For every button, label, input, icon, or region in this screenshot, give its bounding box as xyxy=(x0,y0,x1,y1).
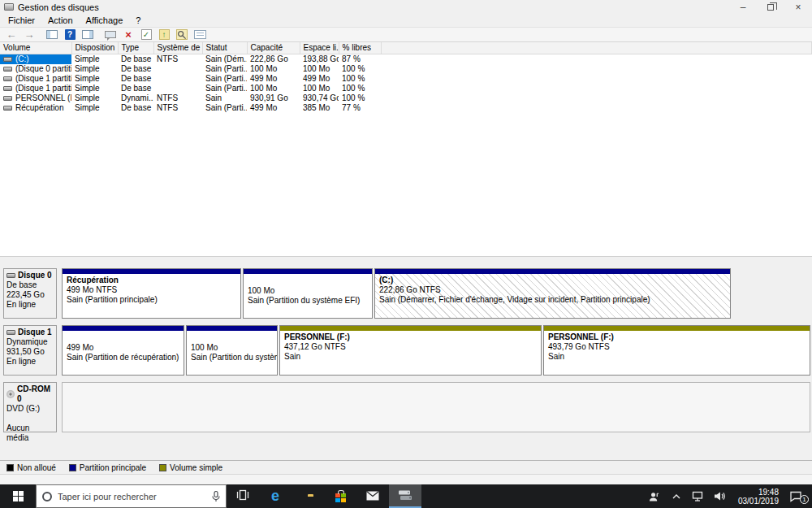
disk-management-window: Gestion des disques – × FichierActionAff… xyxy=(0,0,812,484)
partition-info: 499 MoSain (Partition de récupération) xyxy=(63,331,184,375)
table-cell xyxy=(381,74,812,84)
network-icon[interactable] xyxy=(691,491,706,501)
column-header[interactable]: Espace li... xyxy=(300,42,339,54)
toolbar-mark-active-icon[interactable]: ✓ xyxy=(138,28,154,41)
column-header[interactable]: Capacité xyxy=(247,42,300,54)
disk-header-panel[interactable]: Disque 1Dynamique931,50 GoEn ligne xyxy=(3,325,57,376)
legend-bar: Non allouéPartition principaleVolume sim… xyxy=(0,460,812,474)
table-cell: 100 % xyxy=(339,84,381,93)
legend-label: Partition principale xyxy=(80,463,146,472)
table-cell: 930,74 Go xyxy=(300,93,339,103)
volume-icon xyxy=(3,106,12,111)
toolbar-separator xyxy=(97,28,102,42)
column-header[interactable]: % libres xyxy=(339,42,381,54)
table-cell xyxy=(153,74,202,84)
table-cell: Sain (Parti... xyxy=(202,74,247,84)
partition-segment[interactable]: PERSONNEL (F:)493,79 Go NTFSSain xyxy=(543,325,810,376)
column-header[interactable]: Système de ... xyxy=(153,42,202,54)
table-cell: Simple xyxy=(71,103,118,113)
chevron-up-icon[interactable] xyxy=(669,493,684,501)
partition-segment[interactable]: (C:)222,86 Go NTFSSain (Démarrer, Fichie… xyxy=(374,268,731,319)
volume-icon xyxy=(3,76,12,81)
toolbar-console-tree-icon[interactable] xyxy=(44,28,60,41)
disk-name: Disque 1 xyxy=(18,328,52,337)
window-title: Gestion des disques xyxy=(18,2,99,12)
toolbar-help-icon[interactable]: ? xyxy=(62,28,78,41)
partition-info: PERSONNEL (F:)437,12 Go NTFSSain xyxy=(280,331,541,375)
table-cell: De base xyxy=(118,64,153,74)
table-cell: Simple xyxy=(71,93,118,103)
volume-icon xyxy=(3,57,12,62)
volume-row[interactable]: (Disque 0 partition...SimpleDe baseSain … xyxy=(0,64,812,74)
volume-name: (C:) xyxy=(15,54,29,63)
taskbar-app-store[interactable] xyxy=(324,484,356,508)
partition-segment[interactable]: Récupération499 Mo NTFSSain (Partition p… xyxy=(62,268,241,319)
partition-segment[interactable]: 100 MoSain (Partition du système EF xyxy=(186,325,278,376)
minimize-button[interactable]: – xyxy=(729,0,757,14)
volume-row[interactable]: PERSONNEL (F:)SimpleDynami...NTFSSain930… xyxy=(0,93,812,103)
taskbar-app-disk-management[interactable] xyxy=(389,484,421,508)
partition-segment[interactable]: 499 MoSain (Partition de récupération) xyxy=(62,325,184,376)
disk-header-panel[interactable]: Disque 0De base223,45 GoEn ligne xyxy=(3,268,57,319)
partition-size: 100 Mo xyxy=(191,343,273,353)
start-button[interactable] xyxy=(0,484,36,508)
partition-segment[interactable]: 100 MoSain (Partition du système EFI) xyxy=(243,268,373,319)
search-box[interactable]: Taper ici pour rechercher xyxy=(36,484,227,508)
title-bar: Gestion des disques – × xyxy=(0,0,812,14)
menu-item-affichage[interactable]: Affichage xyxy=(80,15,130,26)
taskbar-app-edge[interactable]: e xyxy=(259,484,292,508)
toolbar-back-icon[interactable]: ← xyxy=(3,28,19,41)
menu-item-?[interactable]: ? xyxy=(129,15,147,26)
menu-bar: FichierActionAffichage? xyxy=(0,14,812,27)
column-header[interactable]: Volume xyxy=(0,42,71,54)
column-header[interactable]: Type xyxy=(118,42,153,54)
column-header[interactable]: Statut xyxy=(202,42,247,54)
volume-row[interactable]: (Disque 1 partition...SimpleDe baseSain … xyxy=(0,74,812,84)
volume-list-pane: VolumeDispositionTypeSystème de ...Statu… xyxy=(0,42,812,257)
table-cell: 100 Mo xyxy=(247,84,300,93)
toolbar-properties-icon[interactable] xyxy=(192,28,208,41)
volume-row[interactable]: (Disque 1 partition...SimpleDe baseSain … xyxy=(0,84,812,93)
partition-info: (C:)222,86 Go NTFSSain (Démarrer, Fichie… xyxy=(375,274,730,318)
disk-header-panel[interactable]: CD-ROM 0DVD (G:) Aucun média xyxy=(3,382,57,432)
volume-row[interactable]: (C:)SimpleDe baseNTFSSain (Dém...222,86 … xyxy=(0,54,812,64)
table-cell xyxy=(381,84,812,93)
table-cell: Sain (Dém... xyxy=(202,54,247,64)
partition-status: Sain xyxy=(548,352,806,362)
toolbar-find-icon[interactable] xyxy=(174,28,190,41)
taskbar-app-mail[interactable] xyxy=(356,484,389,508)
toolbar-popup-window-icon[interactable] xyxy=(102,28,119,41)
toolbar-separator xyxy=(38,28,43,42)
legend-swatch xyxy=(69,464,76,471)
toolbar-extend-icon[interactable]: ↑ xyxy=(156,28,172,41)
drive-icon xyxy=(6,273,15,278)
restore-button[interactable] xyxy=(757,0,784,14)
menu-item-fichier[interactable]: Fichier xyxy=(2,15,41,26)
table-cell: NTFS xyxy=(153,54,202,64)
partition-size: 437,12 Go NTFS xyxy=(284,342,537,352)
clock[interactable]: 19:48 03/01/2019 xyxy=(735,488,782,506)
close-button[interactable]: × xyxy=(784,0,812,14)
taskbar-app-file-explorer[interactable] xyxy=(292,484,324,508)
people-icon[interactable] xyxy=(647,491,662,502)
cortana-icon xyxy=(42,492,52,501)
table-cell: Simple xyxy=(71,74,118,84)
table-cell: De base xyxy=(118,103,153,113)
partition-name: PERSONNEL (F:) xyxy=(548,332,806,342)
toolbar-forward-icon[interactable]: → xyxy=(21,28,37,41)
partition-size: 100 Mo xyxy=(248,286,368,296)
toolbar-delete-volume-icon[interactable]: × xyxy=(120,28,136,41)
volume-row[interactable]: RécupérationSimpleDe baseNTFSSain (Parti… xyxy=(0,103,812,113)
action-center-button[interactable]: 1 xyxy=(789,490,807,502)
toolbar-action-pane-icon[interactable] xyxy=(80,28,96,41)
partition-status: Sain (Partition du système EF xyxy=(191,353,273,363)
volume-icon[interactable] xyxy=(713,491,728,501)
legend-label: Non alloué xyxy=(17,463,56,472)
table-cell: 100 Mo xyxy=(300,64,339,74)
disk-name: CD-ROM 0 xyxy=(17,384,54,404)
microphone-icon[interactable] xyxy=(212,491,220,502)
menu-item-action[interactable]: Action xyxy=(41,15,80,26)
taskbar-app-task-view[interactable] xyxy=(227,484,259,508)
partition-segment[interactable]: PERSONNEL (F:)437,12 Go NTFSSain xyxy=(279,325,542,376)
column-header[interactable]: Disposition xyxy=(71,42,118,54)
